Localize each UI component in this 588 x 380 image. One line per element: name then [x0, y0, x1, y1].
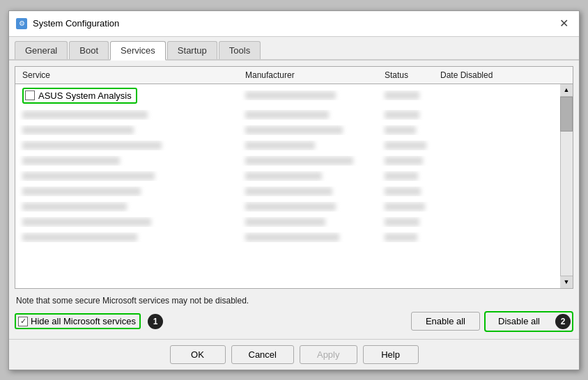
apply-button[interactable]: Apply	[300, 345, 357, 364]
table-row	[15, 184, 560, 199]
tab-bar: General Boot Services Startup Tools	[9, 37, 579, 61]
disable-all-button[interactable]: Disable all	[487, 314, 551, 328]
close-button[interactable]: ✕	[555, 15, 572, 32]
table-header: Service Manufacturer Status Date Disable…	[15, 67, 573, 84]
table-body[interactable]: ASUS System Analysis	[15, 84, 573, 288]
asus-status	[380, 90, 436, 100]
col-date-disabled: Date Disabled	[436, 69, 570, 81]
title-bar: ⚙ System Configuration ✕	[9, 11, 579, 37]
asus-manufacturer	[241, 90, 380, 100]
cancel-button[interactable]: Cancel	[231, 345, 294, 364]
table-row	[15, 153, 560, 168]
table-row	[15, 214, 560, 230]
table-row	[15, 122, 560, 138]
footer: OK Cancel Apply Help	[9, 339, 579, 370]
tab-services[interactable]: Services	[110, 41, 166, 61]
scrollbar-track[interactable]: ▲ ▼	[560, 84, 573, 288]
col-status: Status	[380, 69, 436, 81]
table-row	[15, 199, 560, 214]
note-text: Note that some secure Microsoft services…	[15, 296, 573, 306]
col-service: Service	[18, 69, 241, 81]
badge-2: 2	[555, 314, 571, 329]
asus-checkbox-cell: ASUS System Analysis	[18, 87, 241, 104]
enable-all-button[interactable]: Enable all	[411, 312, 480, 331]
hide-ms-checkbox[interactable]	[18, 317, 28, 326]
bottom-controls: Hide all Microsoft services 1 Enable all…	[15, 311, 573, 332]
app-icon: ⚙	[16, 18, 27, 29]
help-button[interactable]: Help	[363, 345, 419, 364]
asus-date	[436, 95, 557, 96]
bottom-left: Hide all Microsoft services 1	[15, 313, 163, 329]
asus-checkbox[interactable]	[25, 90, 35, 100]
table-row	[15, 107, 560, 122]
rows-container: ASUS System Analysis	[15, 84, 573, 245]
bottom-section: Note that some secure Microsoft services…	[15, 294, 573, 333]
scrollbar-up-arrow[interactable]: ▲	[560, 84, 573, 97]
table-row	[15, 168, 560, 184]
badge-1: 1	[148, 314, 163, 329]
table-row	[15, 230, 560, 245]
main-content: Service Manufacturer Status Date Disable…	[9, 61, 579, 339]
tab-boot[interactable]: Boot	[69, 41, 109, 59]
asus-service-row: ASUS System Analysis	[15, 84, 560, 107]
col-manufacturer: Manufacturer	[241, 69, 380, 81]
title-bar-left: ⚙ System Configuration	[16, 18, 119, 29]
hide-ms-label: Hide all Microsoft services	[31, 316, 136, 326]
scrollbar-thumb[interactable]	[560, 97, 573, 132]
table-row	[15, 138, 560, 153]
right-buttons: Enable all Disable all 2	[411, 311, 573, 332]
tab-tools[interactable]: Tools	[219, 41, 261, 59]
service-table: Service Manufacturer Status Date Disable…	[15, 66, 573, 289]
window-title: System Configuration	[33, 18, 119, 29]
ok-button[interactable]: OK	[170, 345, 226, 364]
tab-startup[interactable]: Startup	[167, 41, 217, 59]
scrollbar-down-arrow[interactable]: ▼	[560, 276, 573, 288]
asus-service-name: ASUS System Analysis	[38, 90, 132, 101]
tab-general[interactable]: General	[15, 41, 68, 59]
system-config-window: ⚙ System Configuration ✕ General Boot Se…	[8, 10, 580, 370]
